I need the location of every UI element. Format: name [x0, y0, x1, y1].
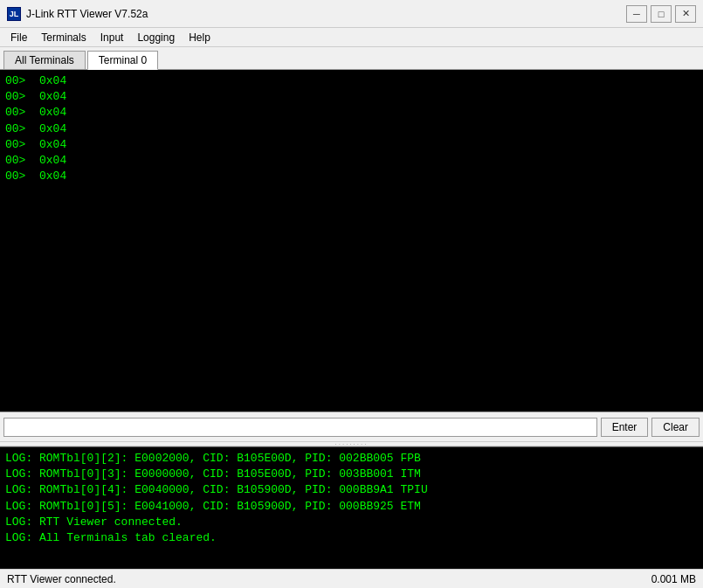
menu-bar: File Terminals Input Logging Help — [0, 28, 703, 47]
tab-terminal-0-label: Terminal 0 — [99, 54, 147, 66]
close-button[interactable]: ✕ — [675, 5, 696, 23]
enter-button[interactable]: Enter — [601, 418, 649, 437]
tab-all-terminals-label: All Terminals — [15, 54, 74, 66]
app-icon: JL — [7, 7, 21, 21]
app-icon-text: JL — [10, 10, 19, 18]
minimize-button[interactable]: ─ — [626, 5, 647, 23]
terminal-line: 00> 0x04 — [5, 105, 698, 121]
maximize-button[interactable]: □ — [651, 5, 672, 23]
tab-bar: All Terminals Terminal 0 — [0, 47, 703, 70]
menu-terminals[interactable]: Terminals — [34, 30, 93, 45]
log-line: LOG: ROMTbl[0][5]: E0041000, CID: B10590… — [5, 499, 698, 515]
status-right: 0.001 MB — [651, 573, 696, 585]
terminal-line: 00> 0x04 — [5, 121, 698, 137]
terminal-line: 00> 0x04 — [5, 73, 698, 89]
status-left: RTT Viewer connected. — [7, 573, 116, 585]
log-line: LOG: ROMTbl[0][4]: E0040000, CID: B10590… — [5, 482, 698, 498]
input-area: Enter Clear — [0, 412, 703, 441]
log-area: LOG: ROMTbl[0][2]: E0002000, CID: B105E0… — [0, 446, 703, 569]
menu-file[interactable]: File — [3, 30, 34, 45]
menu-help[interactable]: Help — [182, 30, 217, 45]
terminal-line: 00> 0x04 — [5, 137, 698, 153]
menu-logging[interactable]: Logging — [130, 30, 182, 45]
clear-button[interactable]: Clear — [651, 418, 700, 437]
tab-all-terminals[interactable]: All Terminals — [3, 51, 86, 69]
title-text: J-Link RTT Viewer V7.52a — [26, 8, 626, 20]
main-terminal: 00> 0x0400> 0x0400> 0x0400> 0x0400> 0x04… — [0, 70, 703, 412]
command-input[interactable] — [3, 418, 597, 437]
log-line: LOG: RTT Viewer connected. — [5, 515, 698, 530]
log-line: LOG: All Terminals tab cleared. — [5, 530, 698, 546]
log-line: LOG: ROMTbl[0][2]: E0002000, CID: B105E0… — [5, 451, 698, 467]
terminal-line: 00> 0x04 — [5, 89, 698, 105]
title-bar: JL J-Link RTT Viewer V7.52a ─ □ ✕ — [0, 0, 703, 28]
tab-terminal-0[interactable]: Terminal 0 — [87, 51, 158, 70]
status-bar: RTT Viewer connected. 0.001 MB — [0, 569, 703, 588]
log-line: LOG: ROMTbl[0][3]: E0000000, CID: B105E0… — [5, 467, 698, 482]
window-controls: ─ □ ✕ — [626, 5, 696, 23]
terminal-line: 00> 0x04 — [5, 169, 698, 184]
terminal-line: 00> 0x04 — [5, 153, 698, 169]
menu-input[interactable]: Input — [93, 30, 131, 45]
